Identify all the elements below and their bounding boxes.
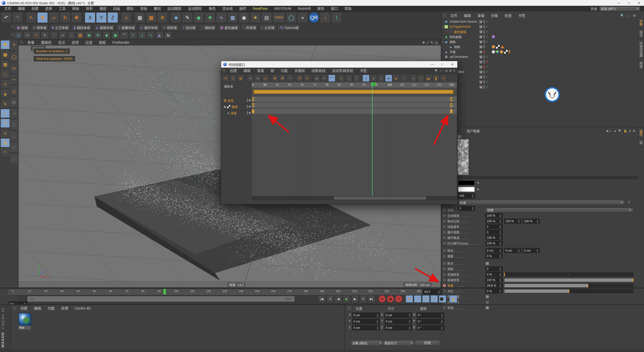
noise-type-extra-button[interactable]: ▽ — [627, 200, 631, 205]
rect-selection-icon[interactable]: ▭ — [10, 63, 18, 73]
object-row-10[interactable]: difier✓ — [441, 69, 638, 74]
menu-item-0[interactable]: 创建 — [17, 305, 31, 311]
floor-icon[interactable]: ▦ — [227, 12, 238, 23]
attr-field-凹凸细节(Delta)[interactable]: 100 %▲▼ — [486, 241, 503, 246]
attr-key-marker-4[interactable] — [443, 231, 446, 234]
bend-deformer-icon[interactable]: ⌇ — [331, 12, 342, 23]
tl-keyframe-0-45[interactable] — [252, 97, 254, 101]
tangent-flat-icon[interactable]: ▲ — [393, 75, 400, 82]
last-tool-icon[interactable]: ✚ — [71, 12, 82, 23]
lock-z-icon[interactable]: Z — [107, 12, 118, 23]
attr-key-marker-17[interactable] — [443, 306, 446, 309]
object-row-1[interactable]: ⊟❎xpTriggerAction✓ — [441, 24, 638, 29]
linear-interp-icon[interactable]: ∧ — [313, 75, 320, 82]
field-button-9[interactable]: ⁘随机域 — [198, 24, 217, 31]
spline-wrap-icon[interactable]: ∿ — [147, 31, 155, 39]
preview-range-slider[interactable]: 0 F 250 F — [27, 296, 295, 302]
view-maximize-icon[interactable]: ◱ — [435, 41, 438, 45]
ring-array-icon[interactable]: ◌ — [67, 31, 75, 39]
timeline-menu-grip[interactable] — [222, 69, 226, 72]
voronoi-cube-icon[interactable]: ▣ — [111, 31, 119, 39]
timeline-ruler[interactable]: 4550556065707580859095100105110115120125… — [252, 82, 457, 88]
motext-icon[interactable]: T — [129, 31, 137, 39]
menu-item-5[interactable]: 书签 — [515, 13, 529, 19]
menu-item-16[interactable]: 插件 — [236, 6, 250, 12]
attr-field-移动-1[interactable]: 0 cm▲▼ — [504, 248, 521, 253]
object-enable-check-7[interactable]: ✓ — [486, 55, 488, 59]
voronoi-fracture-icon[interactable]: ◆ — [103, 31, 111, 39]
coord-system-icon[interactable]: ⬨ — [121, 12, 132, 23]
tl-track-name-1[interactable]: ▣噪波 — [221, 104, 252, 109]
apply-button[interactable]: 应用 — [415, 340, 440, 346]
attr-key-marker-6[interactable] — [443, 242, 446, 245]
keyframe-presets-button[interactable]: ▦ — [449, 295, 457, 303]
object-enable-check-2[interactable]: ✓ — [486, 30, 488, 33]
coord-field-1-1[interactable]: 0 cm▲▼ — [384, 319, 412, 324]
menu-item-3[interactable]: 帧 — [267, 68, 277, 74]
reverse-play-button[interactable]: ↺ — [326, 295, 334, 303]
trail-icon[interactable]: ⌒ — [120, 31, 128, 39]
tag-dots-orange-6-4[interactable] — [509, 50, 510, 53]
fracture-icon[interactable]: ✕ — [32, 31, 40, 39]
fcurve-record-icon[interactable]: ƒ — [230, 75, 237, 82]
attr-back-icon[interactable]: ◀ — [606, 129, 608, 133]
scene-notes-icon[interactable]: ▤ — [261, 12, 272, 23]
object-label-3[interactable]: 布料曲面 — [450, 35, 462, 39]
view-pan-icon[interactable]: ✥ — [422, 41, 425, 45]
coordinates-grip[interactable] — [347, 306, 351, 310]
del-key-icon[interactable]: − — [287, 75, 294, 82]
tag-texture-6-3[interactable] — [504, 50, 508, 54]
attr-checkbox-协调[interactable] — [486, 306, 489, 310]
tag-ball-white-6-0[interactable] — [492, 50, 495, 54]
menu-item-2[interactable]: 显示 — [55, 40, 68, 46]
spline-interp-icon[interactable]: ⌒ — [328, 75, 335, 82]
attr-tab-0[interactable]: 属性 — [638, 128, 643, 138]
lock-all-icon[interactable]: ❚ — [432, 75, 439, 82]
object-enable-check-10[interactable]: ✓ — [486, 70, 488, 74]
attr-dropdown-空间[interactable]: 纹理▼ — [486, 208, 633, 212]
field-button-3[interactable]: ▮圆柱体域 — [71, 24, 92, 31]
object-layer-toggle-4[interactable] — [479, 40, 482, 43]
tl-track-toggles-1[interactable] — [247, 105, 251, 108]
menu-item-4[interactable]: Cycles 4D — [71, 305, 94, 311]
object-layer-toggle-8[interactable] — [479, 60, 482, 64]
menu-item-0[interactable]: 创建 — [227, 68, 240, 74]
workplane-rotate-icon[interactable]: ◠ — [1, 148, 10, 157]
attr-key-marker-9[interactable] — [443, 262, 446, 265]
tag-earth-6-1[interactable] — [496, 50, 499, 54]
disabled-tool-1-icon[interactable]: ▦ — [10, 97, 18, 107]
object-enable-check-1[interactable]: ✓ — [486, 25, 488, 28]
menu-item-22[interactable]: 帮助 — [341, 6, 355, 12]
attr-search-icon[interactable]: 🔍 — [618, 129, 622, 133]
menu-item-6[interactable]: ProRender — [109, 40, 133, 46]
region-select-icon[interactable]: ∿ — [254, 75, 261, 82]
camera-icon[interactable]: ◉ — [239, 12, 249, 23]
coord-field-1-2[interactable]: 0 cm▲▼ — [384, 325, 412, 330]
mograph-toolbar-grip[interactable] — [11, 33, 15, 36]
color1-swatch[interactable] — [458, 180, 475, 185]
coord-size-select[interactable]: 绝对尺寸▼ — [383, 340, 415, 346]
tl-addwin-icon[interactable]: ⊞ — [445, 69, 448, 72]
record-scale-toggle[interactable]: ▱ — [414, 295, 421, 303]
coord-mode-select[interactable]: 对象 (相对)▼ — [351, 340, 383, 346]
menu-item-9[interactable]: 模拟 — [123, 6, 137, 12]
noise-type-select[interactable]: 欧波▼ — [458, 200, 625, 205]
field-button-8[interactable]: ◑径向域 — [180, 24, 198, 31]
object-visibility-dots-8[interactable] — [484, 60, 485, 63]
curve-ease-icon[interactable]: ʃ — [338, 75, 345, 82]
menu-item-5[interactable]: 网格 — [69, 6, 83, 12]
material-menu-grip[interactable] — [13, 306, 16, 310]
cycle-button[interactable]: ↻ — [359, 295, 367, 303]
menu-item-1[interactable]: 编辑 — [31, 305, 44, 311]
points-mode-icon[interactable]: ⬚ — [1, 70, 10, 79]
autokey-button[interactable]: ◉ — [387, 295, 394, 303]
spline-pointer-icon[interactable]: ↖ — [41, 31, 49, 39]
help-pointer-icon[interactable]: ? — [10, 40, 18, 51]
motion-mode-icon[interactable]: ▥ — [237, 75, 244, 82]
sky-icon[interactable]: ◯ — [286, 12, 297, 23]
field-button-0[interactable]: ▣组域 — [15, 24, 30, 31]
gravity-icon[interactable]: ↓ — [320, 12, 331, 23]
viewport-menu-grip[interactable] — [20, 41, 23, 44]
tag-tri-orange-5-2[interactable] — [501, 45, 504, 48]
object-layer-toggle-2[interactable] — [479, 30, 482, 33]
